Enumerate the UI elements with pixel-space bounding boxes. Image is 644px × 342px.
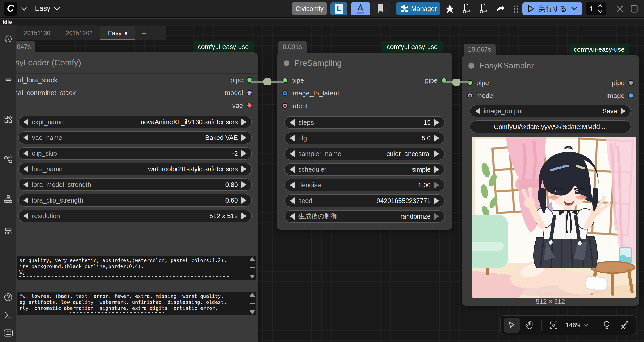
node-header[interactable]: EasyLoader (Comfy): [16, 52, 258, 74]
widget-lora-model-strength[interactable]: lora_model_strength 0.80: [18, 178, 252, 191]
widget-cfg[interactable]: cfg 5.0: [284, 132, 444, 144]
output-dot-vae[interactable]: [247, 102, 252, 108]
node-header[interactable]: EasyKSampler: [462, 55, 639, 76]
stepper-arrows-icon[interactable]: [598, 3, 603, 14]
negative-prompt-textarea[interactable]: fw, lowres, (bad), text, error, fewer, e…: [17, 292, 256, 316]
scroll-thumb[interactable]: [250, 267, 255, 268]
pan-tool-button[interactable]: [522, 318, 538, 333]
sidebar-layout-button[interactable]: [4, 227, 13, 236]
increment-arrow-icon[interactable]: [434, 198, 439, 204]
sidebar-workflows-button[interactable]: [4, 194, 13, 204]
close-button[interactable]: [613, 2, 626, 15]
drag-handle-icon[interactable]: [514, 5, 519, 14]
workflow-menu[interactable]: Easy: [35, 4, 50, 12]
run-button[interactable]: 実行する: [522, 2, 582, 15]
widget-steps[interactable]: steps 15: [284, 116, 444, 129]
select-tool-button[interactable]: [504, 318, 520, 333]
widget-seed[interactable]: seed 942016552237771: [284, 194, 444, 207]
increment-arrow-icon[interactable]: [434, 213, 439, 220]
input-dot-latent[interactable]: [282, 103, 288, 109]
clean-models-button[interactable]: [476, 2, 492, 15]
sailboat-tool-button[interactable]: [350, 2, 370, 15]
decrement-arrow-icon[interactable]: [290, 213, 295, 220]
widget-denoise[interactable]: denoise 1.00: [284, 179, 444, 191]
decrement-arrow-icon[interactable]: [290, 135, 295, 142]
collapse-dot[interactable]: [284, 60, 289, 66]
favorite-button[interactable]: [443, 2, 456, 15]
increment-arrow-icon[interactable]: [242, 119, 246, 126]
increment-arrow-icon[interactable]: [242, 212, 246, 219]
scroll-down-icon[interactable]: [250, 310, 255, 314]
decrement-arrow-icon[interactable]: [290, 182, 295, 188]
decrement-arrow-icon[interactable]: [24, 134, 28, 141]
logo-chevron-down-icon[interactable]: [20, 6, 28, 12]
maximize-button[interactable]: [628, 2, 641, 15]
scroll-down-icon[interactable]: [250, 275, 255, 279]
sidebar-terminal-button[interactable]: [4, 311, 13, 320]
increment-arrow-icon[interactable]: [434, 135, 439, 142]
node-presampling[interactable]: PreSampling pipe pipe image_to_latent la…: [277, 53, 452, 230]
batch-count-stepper[interactable]: 1: [586, 2, 606, 15]
decrement-arrow-icon[interactable]: [290, 150, 295, 157]
bookmark-button[interactable]: [371, 2, 390, 15]
zoom-level-dropdown[interactable]: 146%: [564, 322, 590, 329]
widget-sampler-name[interactable]: sampler_name euler_ancestral: [284, 148, 444, 160]
input-dot-image-to-latent[interactable]: [282, 90, 288, 96]
sidebar-shortcuts-button[interactable]: [4, 328, 13, 338]
decrement-arrow-icon[interactable]: [475, 108, 480, 114]
widget-ckpt-name[interactable]: ckpt_name novaAnimeXL_ilV130.safetensors: [18, 116, 252, 128]
sidebar-model-library-button[interactable]: [4, 75, 13, 84]
widget-resolution[interactable]: resolution 512 x 512: [18, 210, 252, 222]
increment-arrow-icon[interactable]: [434, 182, 439, 188]
decrement-arrow-icon[interactable]: [290, 119, 295, 126]
link-midpoint-dot[interactable]: [452, 79, 460, 86]
tab-20151202[interactable]: 20151202: [58, 26, 100, 40]
decrement-arrow-icon[interactable]: [24, 119, 28, 126]
decrement-arrow-icon[interactable]: [24, 181, 28, 188]
node-easyloader[interactable]: EasyLoader (Comfy) optional_lora_stack p…: [16, 52, 258, 342]
graph-canvas[interactable]: 20151130 20151202 Easy + 0.047s comfyui-…: [16, 26, 644, 342]
increment-arrow-icon[interactable]: [621, 108, 626, 114]
decrement-arrow-icon[interactable]: [24, 197, 28, 204]
widget-lora-name[interactable]: lora_name watercolor2IL-style.safetensor…: [18, 163, 252, 175]
output-dot-model[interactable]: [247, 90, 252, 96]
toggle-theme-button[interactable]: [599, 318, 615, 333]
l-button[interactable]: L: [330, 2, 348, 15]
scroll-up-icon[interactable]: [250, 292, 255, 296]
node-easyksampler[interactable]: EasyKSampler pipe pipe model image image…: [462, 55, 639, 306]
increment-arrow-icon[interactable]: [242, 150, 246, 157]
textarea-scrollbar[interactable]: [249, 292, 256, 314]
widget-seed-control[interactable]: 生成後の制御 randomize: [284, 210, 444, 223]
sidebar-templates-button[interactable]: [4, 115, 13, 124]
positive-prompt-textarea[interactable]: st quality, very aesthetic, absurdres,(w…: [17, 256, 256, 280]
comfyui-logo[interactable]: C: [4, 2, 18, 16]
output-dot-image[interactable]: [628, 93, 634, 98]
sidebar-help-button[interactable]: [4, 293, 13, 302]
node-header[interactable]: PreSampling: [277, 53, 452, 74]
increment-arrow-icon[interactable]: [242, 134, 246, 141]
toggle-links-visibility-button[interactable]: [617, 318, 632, 333]
sidebar-node-map-button[interactable]: [4, 155, 13, 164]
link-midpoint-dot[interactable]: [264, 78, 272, 86]
widget-image-output[interactable]: image_output Save: [470, 105, 631, 117]
new-workflow-tab-button[interactable]: +: [135, 26, 153, 40]
increment-arrow-icon[interactable]: [434, 119, 439, 126]
increment-arrow-icon[interactable]: [242, 181, 246, 188]
input-dot-model[interactable]: [467, 93, 473, 98]
clean-vram-button[interactable]: [459, 2, 474, 15]
widget-vae-name[interactable]: vae_name Baked VAE: [18, 132, 252, 144]
fit-view-button[interactable]: [546, 318, 562, 333]
civicomfy-button[interactable]: Civicomfy: [292, 2, 327, 15]
collapse-dot[interactable]: [468, 63, 474, 68]
widget-scheduler[interactable]: scheduler simple: [284, 163, 444, 176]
textarea-scrollbar[interactable]: [249, 257, 256, 279]
decrement-arrow-icon[interactable]: [24, 212, 28, 219]
scroll-thumb[interactable]: [250, 303, 255, 304]
increment-arrow-icon[interactable]: [434, 166, 439, 173]
generated-image-preview[interactable]: [472, 136, 636, 298]
manager-button[interactable]: Manager: [396, 2, 440, 15]
widget-clip-skip[interactable]: clip_skip -2: [18, 147, 252, 160]
widget-filename-prefix[interactable]: ComfyUI/%date:yyyy%/%date:MMdd ...: [470, 120, 631, 133]
sidebar-history-button[interactable]: [4, 35, 13, 44]
tab-20151130[interactable]: 20151130: [16, 26, 58, 40]
